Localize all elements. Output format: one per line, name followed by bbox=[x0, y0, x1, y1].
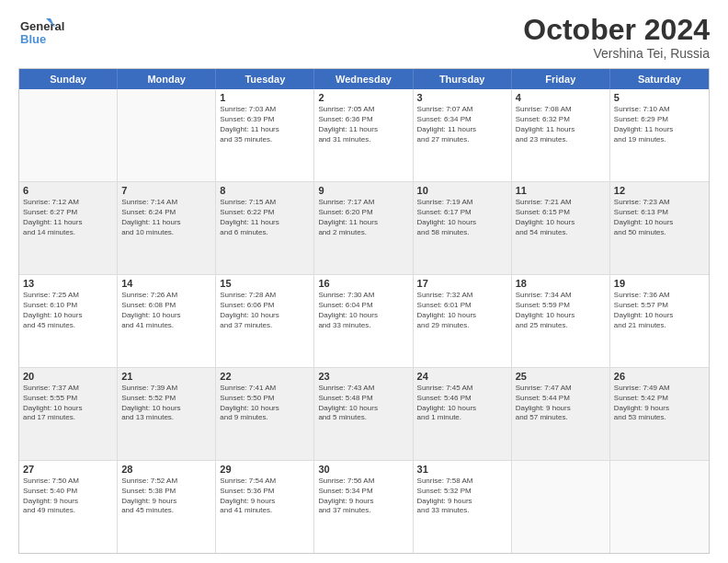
day-number: 21 bbox=[121, 371, 211, 382]
day-cell-16: 16Sunrise: 7:30 AMSunset: 6:04 PMDayligh… bbox=[314, 275, 413, 367]
svg-text:Blue: Blue bbox=[20, 32, 46, 46]
day-number: 17 bbox=[417, 278, 507, 289]
day-info: Sunrise: 7:30 AMSunset: 6:04 PMDaylight:… bbox=[318, 291, 408, 330]
day-info: Sunrise: 7:58 AMSunset: 5:32 PMDaylight:… bbox=[417, 477, 507, 516]
day-header-tuesday: Tuesday bbox=[216, 69, 314, 89]
calendar-row-2: 13Sunrise: 7:25 AMSunset: 6:10 PMDayligh… bbox=[19, 275, 709, 368]
day-number: 29 bbox=[220, 464, 310, 475]
logo-icon: General Blue bbox=[18, 14, 92, 51]
day-number: 9 bbox=[318, 185, 408, 196]
day-cell-9: 9Sunrise: 7:17 AMSunset: 6:20 PMDaylight… bbox=[314, 182, 413, 274]
day-header-monday: Monday bbox=[118, 69, 216, 89]
header: General Blue October 2024 Vershina Tei, … bbox=[18, 14, 710, 61]
calendar-body: 1Sunrise: 7:03 AMSunset: 6:39 PMDaylight… bbox=[19, 89, 709, 553]
calendar: SundayMondayTuesdayWednesdayThursdayFrid… bbox=[18, 68, 710, 554]
day-number: 2 bbox=[318, 92, 408, 103]
day-cell-2: 2Sunrise: 7:05 AMSunset: 6:36 PMDaylight… bbox=[314, 89, 413, 181]
day-number: 11 bbox=[516, 185, 606, 196]
day-number: 3 bbox=[417, 92, 507, 103]
day-info: Sunrise: 7:28 AMSunset: 6:06 PMDaylight:… bbox=[220, 291, 310, 330]
day-info: Sunrise: 7:49 AMSunset: 5:42 PMDaylight:… bbox=[614, 384, 705, 423]
day-cell-6: 6Sunrise: 7:12 AMSunset: 6:27 PMDaylight… bbox=[19, 182, 118, 274]
day-cell-17: 17Sunrise: 7:32 AMSunset: 6:01 PMDayligh… bbox=[414, 275, 512, 367]
day-number: 27 bbox=[23, 464, 113, 475]
day-cell-10: 10Sunrise: 7:19 AMSunset: 6:17 PMDayligh… bbox=[414, 182, 512, 274]
day-info: Sunrise: 7:21 AMSunset: 6:15 PMDaylight:… bbox=[516, 198, 606, 237]
day-number: 16 bbox=[318, 278, 408, 289]
calendar-row-1: 6Sunrise: 7:12 AMSunset: 6:27 PMDaylight… bbox=[19, 182, 709, 275]
calendar-header: SundayMondayTuesdayWednesdayThursdayFrid… bbox=[19, 69, 709, 89]
day-info: Sunrise: 7:34 AMSunset: 5:59 PMDaylight:… bbox=[516, 291, 606, 330]
day-cell-13: 13Sunrise: 7:25 AMSunset: 6:10 PMDayligh… bbox=[19, 275, 118, 367]
day-info: Sunrise: 7:41 AMSunset: 5:50 PMDaylight:… bbox=[220, 384, 310, 423]
day-info: Sunrise: 7:10 AMSunset: 6:29 PMDaylight:… bbox=[614, 105, 705, 144]
day-info: Sunrise: 7:19 AMSunset: 6:17 PMDaylight:… bbox=[417, 198, 507, 237]
page: General Blue October 2024 Vershina Tei, … bbox=[0, 0, 728, 563]
day-number: 26 bbox=[614, 371, 705, 382]
day-cell-23: 23Sunrise: 7:43 AMSunset: 5:48 PMDayligh… bbox=[314, 368, 413, 460]
day-header-saturday: Saturday bbox=[610, 69, 709, 89]
day-number: 19 bbox=[614, 278, 705, 289]
day-info: Sunrise: 7:03 AMSunset: 6:39 PMDaylight:… bbox=[220, 105, 310, 144]
day-number: 22 bbox=[220, 371, 310, 382]
day-info: Sunrise: 7:39 AMSunset: 5:52 PMDaylight:… bbox=[121, 384, 211, 423]
day-cell-18: 18Sunrise: 7:34 AMSunset: 5:59 PMDayligh… bbox=[512, 275, 610, 367]
day-cell-29: 29Sunrise: 7:54 AMSunset: 5:36 PMDayligh… bbox=[216, 461, 314, 553]
empty-cell bbox=[610, 461, 709, 553]
day-cell-7: 7Sunrise: 7:14 AMSunset: 6:24 PMDaylight… bbox=[118, 182, 216, 274]
day-number: 10 bbox=[417, 185, 507, 196]
day-info: Sunrise: 7:52 AMSunset: 5:38 PMDaylight:… bbox=[121, 477, 211, 516]
empty-cell bbox=[118, 89, 216, 181]
day-number: 28 bbox=[121, 464, 211, 475]
day-cell-3: 3Sunrise: 7:07 AMSunset: 6:34 PMDaylight… bbox=[414, 89, 512, 181]
day-info: Sunrise: 7:47 AMSunset: 5:44 PMDaylight:… bbox=[516, 384, 606, 423]
day-cell-5: 5Sunrise: 7:10 AMSunset: 6:29 PMDaylight… bbox=[610, 89, 709, 181]
day-number: 14 bbox=[121, 278, 211, 289]
day-number: 13 bbox=[23, 278, 113, 289]
day-cell-27: 27Sunrise: 7:50 AMSunset: 5:40 PMDayligh… bbox=[19, 461, 118, 553]
day-cell-8: 8Sunrise: 7:15 AMSunset: 6:22 PMDaylight… bbox=[216, 182, 314, 274]
title-block: October 2024 Vershina Tei, Russia bbox=[523, 14, 710, 61]
day-info: Sunrise: 7:14 AMSunset: 6:24 PMDaylight:… bbox=[121, 198, 211, 237]
day-header-wednesday: Wednesday bbox=[314, 69, 413, 89]
day-info: Sunrise: 7:23 AMSunset: 6:13 PMDaylight:… bbox=[614, 198, 705, 237]
day-number: 25 bbox=[516, 371, 606, 382]
day-cell-11: 11Sunrise: 7:21 AMSunset: 6:15 PMDayligh… bbox=[512, 182, 610, 274]
day-info: Sunrise: 7:12 AMSunset: 6:27 PMDaylight:… bbox=[23, 198, 113, 237]
day-cell-14: 14Sunrise: 7:26 AMSunset: 6:08 PMDayligh… bbox=[118, 275, 216, 367]
location-subtitle: Vershina Tei, Russia bbox=[523, 46, 710, 61]
day-info: Sunrise: 7:50 AMSunset: 5:40 PMDaylight:… bbox=[23, 477, 113, 516]
day-cell-25: 25Sunrise: 7:47 AMSunset: 5:44 PMDayligh… bbox=[512, 368, 610, 460]
svg-text:General: General bbox=[20, 19, 64, 33]
day-header-friday: Friday bbox=[512, 69, 610, 89]
day-cell-19: 19Sunrise: 7:36 AMSunset: 5:57 PMDayligh… bbox=[610, 275, 709, 367]
day-info: Sunrise: 7:07 AMSunset: 6:34 PMDaylight:… bbox=[417, 105, 507, 144]
empty-cell bbox=[512, 461, 610, 553]
day-cell-28: 28Sunrise: 7:52 AMSunset: 5:38 PMDayligh… bbox=[118, 461, 216, 553]
day-info: Sunrise: 7:08 AMSunset: 6:32 PMDaylight:… bbox=[516, 105, 606, 144]
day-number: 8 bbox=[220, 185, 310, 196]
day-number: 24 bbox=[417, 371, 507, 382]
day-number: 7 bbox=[121, 185, 211, 196]
day-cell-24: 24Sunrise: 7:45 AMSunset: 5:46 PMDayligh… bbox=[414, 368, 512, 460]
day-cell-20: 20Sunrise: 7:37 AMSunset: 5:55 PMDayligh… bbox=[19, 368, 118, 460]
day-number: 31 bbox=[417, 464, 507, 475]
day-number: 6 bbox=[23, 185, 113, 196]
day-cell-21: 21Sunrise: 7:39 AMSunset: 5:52 PMDayligh… bbox=[118, 368, 216, 460]
day-info: Sunrise: 7:43 AMSunset: 5:48 PMDaylight:… bbox=[318, 384, 408, 423]
empty-cell bbox=[19, 89, 118, 181]
day-cell-30: 30Sunrise: 7:56 AMSunset: 5:34 PMDayligh… bbox=[314, 461, 413, 553]
day-info: Sunrise: 7:05 AMSunset: 6:36 PMDaylight:… bbox=[318, 105, 408, 144]
day-cell-12: 12Sunrise: 7:23 AMSunset: 6:13 PMDayligh… bbox=[610, 182, 709, 274]
logo: General Blue bbox=[18, 14, 92, 51]
day-cell-15: 15Sunrise: 7:28 AMSunset: 6:06 PMDayligh… bbox=[216, 275, 314, 367]
day-cell-4: 4Sunrise: 7:08 AMSunset: 6:32 PMDaylight… bbox=[512, 89, 610, 181]
day-number: 23 bbox=[318, 371, 408, 382]
day-cell-1: 1Sunrise: 7:03 AMSunset: 6:39 PMDaylight… bbox=[216, 89, 314, 181]
day-info: Sunrise: 7:25 AMSunset: 6:10 PMDaylight:… bbox=[23, 291, 113, 330]
day-number: 18 bbox=[516, 278, 606, 289]
calendar-row-4: 27Sunrise: 7:50 AMSunset: 5:40 PMDayligh… bbox=[19, 461, 709, 553]
day-info: Sunrise: 7:37 AMSunset: 5:55 PMDaylight:… bbox=[23, 384, 113, 423]
day-info: Sunrise: 7:36 AMSunset: 5:57 PMDaylight:… bbox=[614, 291, 705, 330]
day-info: Sunrise: 7:32 AMSunset: 6:01 PMDaylight:… bbox=[417, 291, 507, 330]
